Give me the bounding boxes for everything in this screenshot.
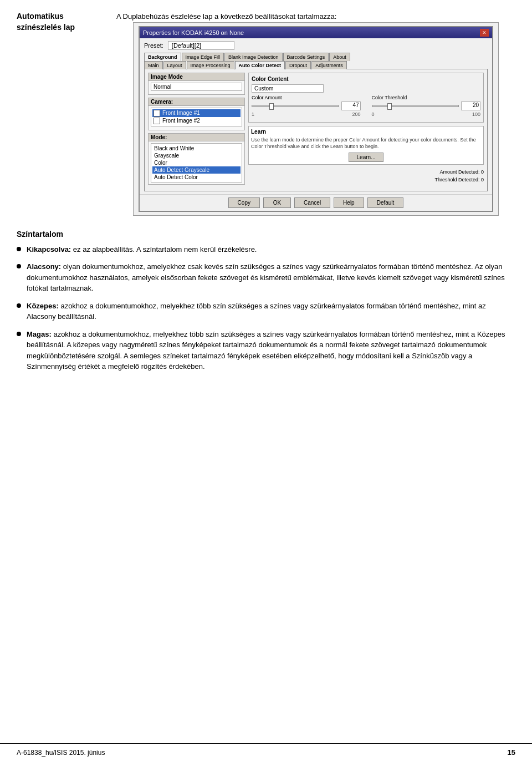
tab-main[interactable]: Main xyxy=(144,61,163,69)
checkbox-front1[interactable]: ✓ xyxy=(154,110,160,116)
left-column: Automatikus színészlelés lap xyxy=(17,11,105,224)
tab-layout[interactable]: Layout xyxy=(163,61,186,69)
learn-text: Use the learn mode to determine the prop… xyxy=(251,136,481,150)
left-panel: Image Mode Normal Camera: xyxy=(148,73,245,187)
tab-image-processing[interactable]: Image Processing xyxy=(187,61,234,69)
tab-dropout[interactable]: Dropout xyxy=(285,61,311,69)
learn-button[interactable]: Learn... xyxy=(349,153,384,162)
color-amount-input[interactable]: 47 xyxy=(341,102,361,110)
camera-section: Camera: ✓ Front Image #1 xyxy=(148,98,245,130)
camera-list: ✓ Front Image #1 Front Image #2 xyxy=(151,108,242,126)
dialog-body: Preset: [Default][2] Background Image Ed… xyxy=(140,38,492,194)
threshold-detected-label: Threshold Detected: xyxy=(434,177,479,182)
bullet-text-1: Kikapcsolva: ez az alapbeállítás. A szín… xyxy=(27,244,515,255)
tab-about[interactable]: About xyxy=(329,53,350,61)
help-button[interactable]: Help xyxy=(334,197,364,208)
color-amount-slider-row: 47 xyxy=(252,102,361,110)
preset-row: Preset: [Default][2] xyxy=(144,41,488,50)
mode-title: Mode: xyxy=(149,134,244,141)
bullet-text-2: Alacsony: olyan dokumentumokhoz, amelyek… xyxy=(27,261,515,294)
term-kikapcsolva: Kikapcsolva: xyxy=(27,245,71,253)
color-amount-range: 1 200 xyxy=(252,111,361,117)
color-amount-max: 200 xyxy=(352,111,360,117)
camera-title: Camera: xyxy=(149,98,244,106)
mode-list: Black and White Grayscale Color Auto Det… xyxy=(151,143,242,182)
camera-item-1[interactable]: ✓ Front Image #1 xyxy=(152,109,241,117)
mode-color[interactable]: Color xyxy=(152,159,241,166)
amount-threshold-row: Color Amount 47 xyxy=(252,95,480,117)
camera-item-2[interactable]: Front Image #2 xyxy=(152,117,241,125)
dialog-window: Properties for KODAK i4250 on None ✕ Pre… xyxy=(139,26,493,212)
color-amount-label: Color Amount xyxy=(252,95,361,100)
image-mode-dropdown[interactable]: Normal xyxy=(151,83,242,91)
image-mode-title: Image Mode xyxy=(149,73,244,81)
color-threshold-input[interactable]: 20 xyxy=(461,102,480,110)
list-item-magas: Magas: azokhoz a dokumentumokhoz, melyek… xyxy=(17,329,515,372)
color-content-dropdown[interactable]: Custom xyxy=(252,84,324,93)
page-title: Automatikus színészlelés lap xyxy=(17,11,105,33)
right-panel: Color Content Custom Color Amount xyxy=(248,73,484,187)
amount-detected-label: Amount Detected: xyxy=(439,169,479,175)
list-item-kozepes: Közepes: azokhoz a dokumentumokhoz, mely… xyxy=(17,301,515,322)
term-magas: Magas: xyxy=(27,330,52,338)
detected-values: Amount Detected: 0 Threshold Detected: 0 xyxy=(248,168,484,184)
preset-value[interactable]: [Default][2] xyxy=(168,41,234,50)
camera-label-1: Front Image #1 xyxy=(162,110,200,116)
tab-auto-color-detect[interactable]: Auto Color Detect xyxy=(235,61,285,69)
text-kikapcsolva: ez az alapbeállítás. A színtartalom nem … xyxy=(71,245,257,253)
bullet-text-3: Közepes: azokhoz a dokumentumokhoz, mely… xyxy=(27,301,515,322)
mode-auto-detect-grayscale[interactable]: Auto Detect Grayscale xyxy=(152,166,241,174)
cancel-button[interactable]: Cancel xyxy=(294,197,330,208)
tab-barcode-settings[interactable]: Barcode Settings xyxy=(283,53,329,61)
section-heading: Színtartalom xyxy=(17,230,515,239)
color-threshold-slider[interactable] xyxy=(372,105,459,107)
tab-adjustments[interactable]: Adjustments xyxy=(311,61,347,69)
mode-bw[interactable]: Black and White xyxy=(152,145,241,152)
intro-text: A Duplabehúzás észlelése lap a következő… xyxy=(116,12,336,21)
tab-content-area: Image Mode Normal Camera: xyxy=(144,69,488,191)
mode-auto-detect-color[interactable]: Auto Detect Color xyxy=(152,174,241,181)
color-threshold-range: 0 100 xyxy=(372,111,481,117)
checkbox-front2[interactable] xyxy=(154,118,160,124)
tabs-bottom-row: Main Layout Image Processing Auto Color … xyxy=(144,61,488,69)
learn-box: Learn Use the learn mode to determine th… xyxy=(248,126,484,165)
right-column: A Duplabehúzás észlelése lap a következő… xyxy=(116,11,515,224)
image-mode-body: Normal xyxy=(149,81,244,94)
dialog-titlebar: Properties for KODAK i4250 on None ✕ xyxy=(140,27,492,38)
color-amount-slider[interactable] xyxy=(252,105,339,107)
ok-button[interactable]: OK xyxy=(263,197,291,208)
learn-btn-row: Learn... xyxy=(251,153,481,162)
close-button[interactable]: ✕ xyxy=(480,29,489,37)
tab-background[interactable]: Background xyxy=(144,53,181,61)
tabs-top-row: Background Image Edge Fill Blank Image D… xyxy=(144,53,488,61)
bullet-list: Kikapcsolva: ez az alapbeállítás. A szín… xyxy=(17,244,515,372)
tab-blank-image-detection[interactable]: Blank Image Detection xyxy=(224,53,283,61)
main-content: Színtartalom Kikapcsolva: ez az alapbeál… xyxy=(0,230,532,744)
color-amount-min: 1 xyxy=(252,111,254,117)
amount-detected-row: Amount Detected: 0 xyxy=(248,168,484,176)
color-content-box: Color Content Custom Color Amount xyxy=(248,73,484,123)
learn-title: Learn xyxy=(251,129,481,135)
dialog-content: Image Mode Normal Camera: xyxy=(148,73,484,187)
bullet-dot-2 xyxy=(17,264,21,268)
image-mode-section: Image Mode Normal xyxy=(148,73,245,95)
amount-detected-value: 0 xyxy=(481,169,484,175)
page-footer: A-61838_hu/ISIS 2015. június 15 xyxy=(0,743,532,761)
footer-left: A-61838_hu/ISIS 2015. június xyxy=(17,749,105,757)
dialog-container: Properties for KODAK i4250 on None ✕ Pre… xyxy=(133,22,499,216)
tab-image-edge-fill[interactable]: Image Edge Fill xyxy=(182,53,224,61)
mode-grayscale[interactable]: Grayscale xyxy=(152,152,241,159)
list-item-kikapcsolva: Kikapcsolva: ez az alapbeállítás. A szín… xyxy=(17,244,515,255)
color-content-title: Color Content xyxy=(252,76,480,82)
color-threshold-min: 0 xyxy=(372,111,375,117)
color-threshold-max: 100 xyxy=(472,111,480,117)
camera-label-2: Front Image #2 xyxy=(162,118,200,124)
default-button[interactable]: Default xyxy=(367,197,404,208)
preset-label: Preset: xyxy=(144,42,163,49)
mode-body: Black and White Grayscale Color Auto Det… xyxy=(149,141,244,184)
dialog-title: Properties for KODAK i4250 on None xyxy=(143,29,244,36)
copy-button[interactable]: Copy xyxy=(228,197,260,208)
text-magas: azokhoz a dokumentumokhoz, melyekhez töb… xyxy=(27,330,505,371)
term-alacsony: Alacsony: xyxy=(27,262,61,271)
mode-section: Mode: Black and White Grayscale Color Au… xyxy=(148,133,245,185)
